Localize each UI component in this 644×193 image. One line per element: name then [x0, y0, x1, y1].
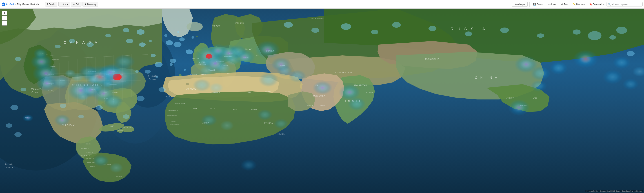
search-box[interactable]: 🔍 — [606, 2, 642, 6]
svg-point-135 — [103, 80, 113, 87]
details-label: Details — [49, 3, 56, 5]
svg-point-169 — [288, 70, 306, 82]
svg-point-130 — [114, 54, 135, 69]
svg-point-140 — [166, 40, 173, 45]
svg-point-205 — [15, 57, 21, 61]
svg-point-227 — [603, 70, 622, 84]
svg-point-186 — [284, 22, 293, 28]
home-button[interactable]: ⌂ — [2, 21, 7, 25]
edit-button[interactable]: ✏ Edit — [71, 2, 82, 6]
svg-text:EL SALVADOR: EL SALVADOR — [81, 155, 90, 156]
svg-point-141 — [179, 37, 185, 41]
svg-point-122 — [51, 75, 71, 89]
svg-point-202 — [55, 45, 60, 48]
svg-point-212 — [60, 104, 66, 108]
svg-point-233 — [170, 63, 172, 66]
svg-point-240 — [192, 36, 194, 39]
svg-point-232 — [616, 27, 627, 34]
svg-point-145 — [136, 29, 144, 35]
svg-point-204 — [174, 42, 182, 47]
svg-text:ARC: ARC — [2, 3, 5, 5]
measure-label: Measure — [576, 3, 585, 5]
svg-text:PAKISTAN: PAKISTAN — [366, 92, 373, 94]
svg-text:Pacific: Pacific — [4, 163, 13, 166]
svg-point-167 — [258, 72, 278, 87]
svg-point-221 — [110, 163, 123, 173]
svg-point-236 — [135, 70, 138, 73]
svg-text:Ocean: Ocean — [148, 78, 158, 81]
measure-button[interactable]: 📏 Measure — [571, 2, 586, 6]
svg-point-166 — [209, 83, 224, 93]
svg-text:CHAD: CHAD — [232, 109, 237, 111]
svg-text:MALI: MALI — [192, 108, 196, 110]
arcgis-brand-text: ArcGIS — [6, 3, 14, 5]
svg-text:GUINEA-BISSAU: GUINEA-BISSAU — [167, 115, 177, 116]
map-container[interactable]: C A N A D A UNITED STATES MEXICO Pacific… — [0, 9, 644, 193]
svg-text:LAOS: LAOS — [533, 97, 537, 99]
zoom-out-button[interactable]: − — [2, 16, 7, 20]
topbar-right: New Map ▾ 💾 Save ▾ ↗ Share 🖨 Print 📏 Mea… — [512, 2, 642, 7]
svg-text:SOMALIA: SOMALIA — [278, 133, 285, 135]
svg-text:CUBA: CUBA — [110, 125, 114, 127]
svg-point-11 — [186, 83, 189, 85]
svg-text:MYANMAR: MYANMAR — [506, 97, 514, 99]
brand: ARC ArcGIS · FlightAware Heat Map — [2, 2, 40, 6]
svg-point-225 — [274, 119, 288, 129]
svg-point-214 — [96, 105, 103, 110]
bookmarks-icon: 🔖 — [590, 3, 592, 5]
save-button[interactable]: 💾 Save ▾ — [532, 2, 545, 6]
svg-text:JAMAICA: JAMAICA — [118, 130, 123, 131]
bookmarks-button[interactable]: 🔖 Bookmarks — [588, 2, 606, 6]
svg-text:SAUDI ARABIA: SAUDI ARABIA — [313, 95, 325, 97]
svg-text:BELIZE: BELIZE — [86, 143, 90, 145]
svg-point-201 — [69, 39, 75, 43]
zoom-in-button[interactable]: + — [2, 11, 7, 15]
print-icon: 🖨 — [561, 3, 563, 5]
svg-point-207 — [10, 105, 18, 110]
search-input[interactable] — [612, 3, 641, 5]
toolbar-divider-1 — [44, 2, 44, 7]
svg-point-183 — [531, 66, 550, 81]
svg-point-191 — [428, 26, 436, 31]
edit-icon: ✏ — [73, 3, 75, 5]
svg-point-175 — [344, 89, 354, 96]
share-icon: ↗ — [548, 3, 550, 5]
svg-point-230 — [613, 56, 631, 69]
svg-point-144 — [145, 70, 151, 74]
svg-point-184 — [550, 61, 568, 75]
svg-point-235 — [156, 76, 158, 78]
svg-text:LIBYA: LIBYA — [246, 91, 252, 94]
svg-text:DAK-SENEGAL: DAK-SENEGAL — [168, 110, 178, 112]
details-button[interactable]: ℹ Details — [45, 2, 58, 6]
print-button[interactable]: 🖨 Print — [559, 2, 570, 6]
svg-text:ETHIOPIA: ETHIOPIA — [264, 122, 273, 124]
svg-point-185 — [531, 80, 547, 92]
svg-point-206 — [20, 88, 26, 91]
svg-text:NORWAY: NORWAY — [212, 25, 221, 27]
add-button[interactable]: + Add ▾ — [58, 2, 70, 6]
basemap-label: Basemap — [87, 3, 96, 5]
svg-point-224 — [257, 109, 272, 120]
share-button[interactable]: ↗ Share — [546, 2, 558, 6]
basemap-button[interactable]: ⊞ Basemap — [82, 2, 98, 6]
svg-point-199 — [105, 34, 111, 37]
svg-text:HONDURAS: HONDURAS — [86, 152, 93, 153]
svg-point-165 — [193, 79, 211, 91]
svg-text:GUATEMALA: GUATEMALA — [81, 148, 89, 149]
app-title: FlightAware Heat Map — [17, 3, 40, 5]
new-map-button[interactable]: New Map ▾ — [512, 2, 528, 7]
svg-point-209 — [14, 132, 22, 137]
print-label: Print — [564, 3, 568, 5]
svg-point-226 — [240, 159, 257, 171]
svg-text:EGYPT: EGYPT — [265, 90, 272, 93]
svg-point-238 — [164, 34, 167, 37]
svg-point-237 — [149, 40, 152, 42]
svg-text:FINLAND: FINLAND — [235, 22, 244, 24]
svg-text:KAZAKHSTAN: KAZAKHSTAN — [332, 71, 352, 74]
svg-point-182 — [521, 60, 532, 68]
svg-point-180 — [580, 55, 592, 63]
share-label: Share — [550, 3, 556, 5]
svg-point-223 — [220, 121, 234, 131]
svg-text:R U S S I A: R U S S I A — [450, 27, 486, 31]
details-icon: ℹ — [47, 3, 48, 5]
